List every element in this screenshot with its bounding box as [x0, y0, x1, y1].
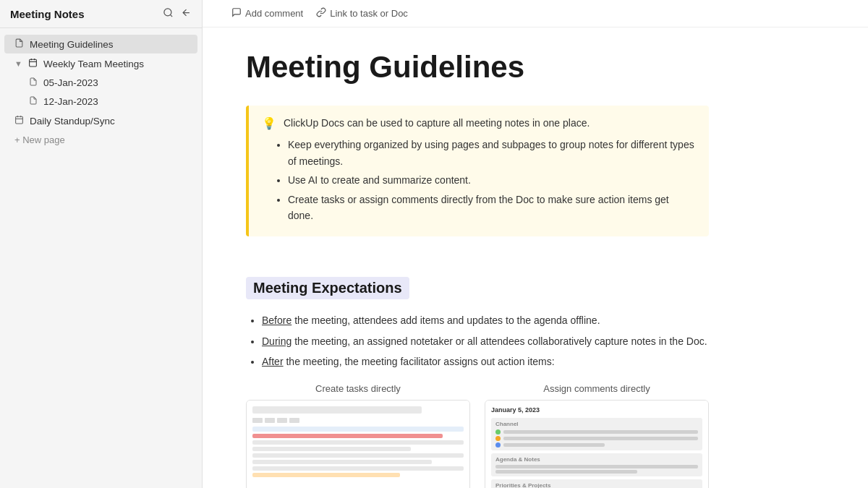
sidebar-icons	[163, 7, 192, 20]
image-placeholder-comments: January 5, 2023 Channel	[485, 400, 709, 488]
callout-box: 💡 ClickUp Docs can be used to capture al…	[246, 106, 709, 236]
callout-intro: ClickUp Docs can be used to capture all …	[284, 116, 590, 131]
list-item-during: During the meeting, an assigned notetake…	[262, 333, 709, 349]
sidebar-item-meeting-guidelines[interactable]: Meeting Guidelines	[4, 35, 197, 53]
after-label: After	[262, 356, 284, 367]
new-page-label: + New page	[14, 134, 65, 145]
main-content: Add comment Link to task or Doc Meeting …	[203, 0, 868, 488]
sidebar: Meeting Notes Meeting Guidelines ▼	[0, 0, 203, 488]
page-icon	[14, 38, 24, 50]
svg-rect-5	[16, 116, 23, 124]
collapse-sidebar-icon[interactable]	[181, 7, 192, 20]
calendar-icon	[14, 115, 24, 127]
image-caption-tasks: Create tasks directly	[246, 383, 470, 394]
image-placeholder-tasks	[246, 400, 470, 488]
comment-icon	[231, 7, 242, 20]
calendar-icon	[28, 58, 38, 69]
image-caption-comments: Assign comments directly	[485, 383, 709, 394]
list-item: Use AI to create and summarize content.	[288, 172, 696, 188]
link-icon	[316, 7, 326, 20]
lightbulb-icon: 💡	[262, 116, 276, 130]
during-label: During	[262, 335, 292, 347]
document-toolbar: Add comment Link to task or Doc	[203, 0, 868, 27]
list-item-after: After the meeting, the meeting facilitat…	[262, 354, 709, 369]
list-item: Keep everything organized by using pages…	[288, 137, 696, 169]
images-row: Create tasks directly	[246, 383, 709, 488]
sidebar-group-header-weekly-team-meetings[interactable]: ▼ Weekly Team Meetings	[4, 54, 197, 73]
svg-rect-1	[30, 59, 37, 67]
add-comment-label: Add comment	[245, 8, 303, 19]
link-label: Link to task or Doc	[330, 8, 408, 19]
sidebar-item-label: Meeting Guidelines	[30, 39, 114, 50]
list-item: Create tasks or assign comments directly…	[288, 192, 696, 224]
svg-point-0	[164, 9, 171, 16]
during-text: the meeting, an assigned notetaker or al…	[292, 335, 707, 347]
mock-comment-screenshot: January 5, 2023 Channel	[485, 401, 708, 488]
add-comment-button[interactable]: Add comment	[231, 7, 303, 20]
sidebar-item-label: 05-Jan-2023	[43, 77, 98, 88]
sidebar-item-12-jan-2023[interactable]: 12-Jan-2023	[16, 93, 197, 111]
page-icon	[29, 77, 38, 88]
sidebar-nav: Meeting Guidelines ▼ Weekly Team Meeting…	[0, 28, 202, 155]
expectations-list: Before the meeting, attendees add items …	[246, 312, 709, 369]
sidebar-group-children-weekly-team-meetings: 05-Jan-2023 12-Jan-2023	[0, 74, 202, 111]
document-content: Meeting Guidelines 💡 ClickUp Docs can be…	[203, 27, 752, 488]
callout-list: Keep everything organized by using pages…	[262, 137, 696, 223]
section-heading-text: Meeting Expectations	[246, 277, 409, 299]
sidebar-title: Meeting Notes	[10, 8, 85, 20]
list-item-before: Before the meeting, attendees add items …	[262, 312, 709, 328]
sidebar-item-label: 12-Jan-2023	[43, 96, 98, 107]
new-page-button[interactable]: + New page	[4, 131, 197, 149]
page-title: Meeting Guidelines	[246, 49, 709, 85]
sidebar-item-daily-standup[interactable]: Daily Standup/Sync	[4, 111, 197, 130]
sidebar-item-label: Daily Standup/Sync	[30, 116, 115, 127]
page-icon	[29, 96, 38, 107]
callout-top: 💡 ClickUp Docs can be used to capture al…	[262, 116, 696, 131]
after-text: the meeting, the meeting facilitator ass…	[284, 356, 555, 367]
chevron-down-icon: ▼	[14, 59, 22, 68]
section-heading-meeting-expectations: Meeting Expectations	[246, 277, 709, 312]
sidebar-group-weekly-team-meetings: ▼ Weekly Team Meetings 05-Jan-2023	[0, 54, 202, 111]
image-block-comments: Assign comments directly January 5, 2023…	[485, 383, 709, 488]
sidebar-item-05-jan-2023[interactable]: 05-Jan-2023	[16, 74, 197, 92]
sidebar-group-label: Weekly Team Meetings	[43, 59, 144, 69]
before-label: Before	[262, 314, 292, 326]
sidebar-header: Meeting Notes	[0, 0, 202, 28]
image-block-tasks: Create tasks directly	[246, 383, 470, 488]
before-text: the meeting, attendees add items and upd…	[292, 314, 600, 326]
search-icon[interactable]	[163, 7, 174, 20]
mock-task-screenshot	[247, 401, 469, 488]
mock-date: January 5, 2023	[491, 406, 702, 414]
link-to-task-button[interactable]: Link to task or Doc	[316, 7, 408, 20]
